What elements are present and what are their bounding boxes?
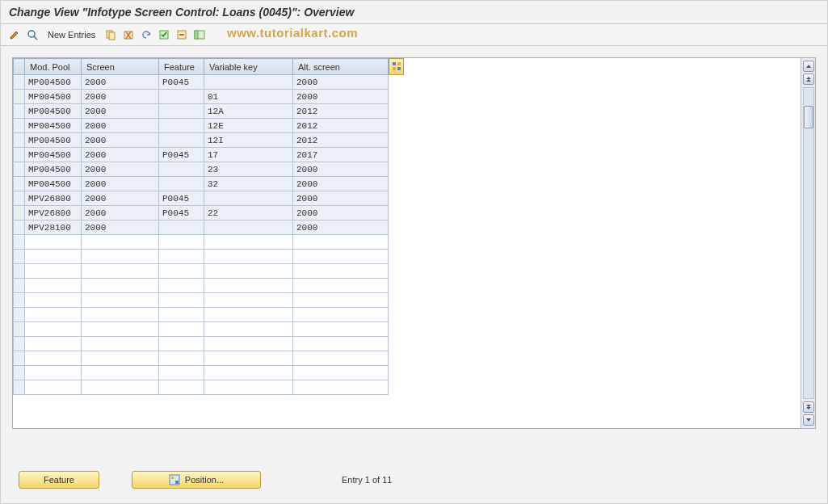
cell-empty[interactable] (159, 322, 204, 337)
cell-modpool[interactable]: MP004500 (25, 119, 82, 133)
cell-varkey[interactable]: 12E (204, 119, 293, 133)
cell-empty[interactable] (204, 264, 293, 279)
scroll-page-down-button[interactable] (803, 401, 814, 413)
cell-empty[interactable] (82, 293, 159, 308)
cell-empty[interactable] (25, 308, 82, 322)
row-selector[interactable] (14, 90, 25, 104)
cell-empty[interactable] (25, 293, 82, 308)
config-icon[interactable] (192, 27, 207, 42)
table-row-empty[interactable] (14, 366, 389, 380)
row-selector[interactable] (14, 380, 25, 395)
cell-empty[interactable] (293, 366, 389, 380)
scroll-thumb[interactable] (804, 106, 813, 128)
row-selector[interactable] (14, 206, 25, 220)
cell-empty[interactable] (293, 264, 389, 279)
change-icon[interactable] (7, 27, 22, 42)
table-row-empty[interactable] (14, 293, 389, 308)
cell-empty[interactable] (204, 293, 293, 308)
scroll-track[interactable] (803, 87, 814, 399)
cell-empty[interactable] (159, 279, 204, 293)
cell-empty[interactable] (159, 293, 204, 308)
cell-empty[interactable] (293, 250, 389, 264)
cell-modpool[interactable]: MP004500 (25, 104, 82, 119)
cell-empty[interactable] (159, 351, 204, 366)
cell-empty[interactable] (82, 337, 159, 351)
cell-empty[interactable] (25, 235, 82, 250)
row-selector[interactable] (14, 148, 25, 162)
cell-altscreen[interactable]: 2000 (293, 206, 389, 220)
cell-empty[interactable] (82, 351, 159, 366)
col-header-modpool[interactable]: Mod. Pool (25, 59, 82, 75)
cell-empty[interactable] (159, 337, 204, 351)
cell-empty[interactable] (82, 250, 159, 264)
cell-screen[interactable]: 2000 (82, 162, 159, 177)
deselect-all-icon[interactable] (174, 27, 189, 42)
cell-empty[interactable] (25, 322, 82, 337)
table-row-empty[interactable] (14, 351, 389, 366)
row-selector[interactable] (14, 351, 25, 366)
cell-feature[interactable]: P0045 (159, 206, 204, 220)
cell-modpool[interactable]: MP004500 (25, 75, 82, 90)
table-row[interactable]: MP0045002000012000 (14, 90, 389, 104)
cell-screen[interactable]: 2000 (82, 75, 159, 90)
cell-varkey[interactable] (204, 191, 293, 206)
cell-feature[interactable]: P0045 (159, 148, 204, 162)
delete-icon[interactable] (121, 27, 136, 42)
cell-varkey[interactable]: 12I (204, 133, 293, 148)
table-row[interactable]: MP0045002000P00452000 (14, 75, 389, 90)
cell-empty[interactable] (82, 380, 159, 395)
cell-feature[interactable] (159, 177, 204, 191)
cell-empty[interactable] (204, 380, 293, 395)
cell-empty[interactable] (204, 322, 293, 337)
cell-empty[interactable] (25, 366, 82, 380)
cell-modpool[interactable]: MP004500 (25, 162, 82, 177)
cell-altscreen[interactable]: 2000 (293, 90, 389, 104)
cell-empty[interactable] (25, 250, 82, 264)
cell-altscreen[interactable]: 2012 (293, 119, 389, 133)
cell-empty[interactable] (159, 264, 204, 279)
row-selector[interactable] (14, 133, 25, 148)
cell-empty[interactable] (25, 279, 82, 293)
cell-altscreen[interactable]: 2000 (293, 162, 389, 177)
cell-empty[interactable] (204, 351, 293, 366)
row-selector[interactable] (14, 162, 25, 177)
table-row[interactable]: MPV268002000P0045222000 (14, 206, 389, 220)
row-selector[interactable] (14, 264, 25, 279)
row-selector[interactable] (14, 308, 25, 322)
cell-feature[interactable]: P0045 (159, 75, 204, 90)
row-selector[interactable] (14, 220, 25, 235)
cell-empty[interactable] (159, 308, 204, 322)
copy-icon[interactable] (103, 27, 118, 42)
select-all-icon[interactable] (157, 27, 171, 42)
cell-empty[interactable] (293, 380, 389, 395)
cell-varkey[interactable]: 12A (204, 104, 293, 119)
row-selector-header[interactable] (14, 59, 25, 75)
cell-empty[interactable] (204, 308, 293, 322)
cell-empty[interactable] (293, 322, 389, 337)
vertical-scrollbar[interactable] (801, 58, 815, 428)
detail-icon[interactable] (25, 27, 40, 42)
cell-screen[interactable]: 2000 (82, 191, 159, 206)
col-header-altscreen[interactable]: Alt. screen (293, 59, 389, 75)
cell-feature[interactable] (159, 119, 204, 133)
cell-empty[interactable] (204, 366, 293, 380)
scroll-page-up-button[interactable] (803, 74, 814, 85)
cell-empty[interactable] (293, 279, 389, 293)
undo-icon[interactable] (139, 27, 153, 42)
cell-altscreen[interactable]: 2000 (293, 75, 389, 90)
cell-feature[interactable] (159, 104, 204, 119)
cell-altscreen[interactable]: 2000 (293, 191, 389, 206)
cell-screen[interactable]: 2000 (82, 220, 159, 235)
cell-empty[interactable] (204, 279, 293, 293)
table-row-empty[interactable] (14, 235, 389, 250)
cell-modpool[interactable]: MPV26800 (25, 191, 82, 206)
cell-empty[interactable] (204, 235, 293, 250)
row-selector[interactable] (14, 104, 25, 119)
cell-screen[interactable]: 2000 (82, 206, 159, 220)
row-selector[interactable] (14, 293, 25, 308)
cell-empty[interactable] (25, 351, 82, 366)
cell-empty[interactable] (159, 235, 204, 250)
table-row-empty[interactable] (14, 279, 389, 293)
cell-screen[interactable]: 2000 (82, 148, 159, 162)
cell-varkey[interactable]: 22 (204, 206, 293, 220)
